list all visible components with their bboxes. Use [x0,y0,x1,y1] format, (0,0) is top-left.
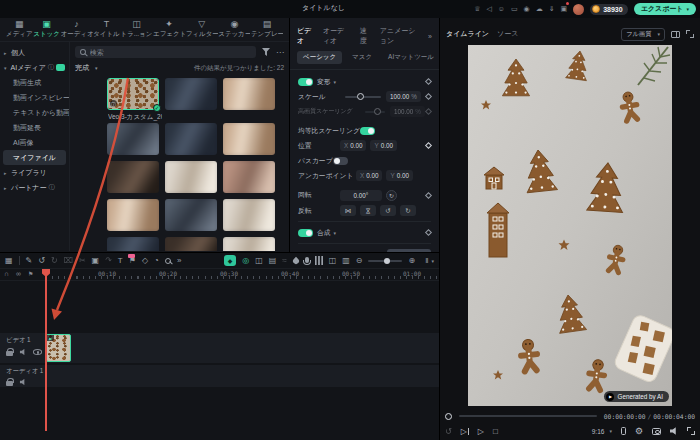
speaker-icon[interactable] [20,379,27,386]
track-height-icon[interactable]: ‖▾ [425,254,434,268]
step-forward-icon[interactable]: ▷ [461,427,469,436]
mask-icon[interactable] [293,258,299,264]
snapshot-icon[interactable] [652,428,661,435]
crop-icon[interactable]: ▣ [92,254,100,268]
sidebar-item-video-inspiration[interactable]: 動画インスピレー... [0,90,69,105]
filmstrip-icon[interactable]: ▥ [342,254,350,268]
subtab-ai-matte[interactable]: AIマットツール [382,51,440,64]
render-settings-icon[interactable]: ⚙ [635,426,643,436]
keyframe-icon[interactable] [425,229,432,236]
redo-icon[interactable]: ↻ [51,254,58,268]
cloud-icon[interactable]: ☁ [536,4,543,14]
more-tabs-icon[interactable]: » [428,33,432,40]
position-y-field[interactable]: Y0.00 [370,140,396,151]
split-view-icon[interactable] [671,31,680,38]
tab-template[interactable]: ▤テンプレート [251,20,283,39]
scrubber-handle[interactable] [445,413,452,420]
position-x-field[interactable]: X0.00 [340,140,366,151]
export-button[interactable]: エクスポート ▾ [634,3,696,15]
assistant-icon[interactable]: ♕ [474,4,480,14]
sort-dropdown[interactable]: 完成▾ [75,63,98,73]
tab-audio-props[interactable]: オーディオ [323,26,351,46]
subtab-mask[interactable]: マスク [346,51,378,64]
voiceover-mic-icon[interactable] [305,259,309,263]
gift-icon[interactable]: ▣ [561,4,568,14]
preview-quality-icon[interactable] [165,258,171,264]
device-preview-icon[interactable] [621,427,626,435]
sidebar-item-ai-media[interactable]: ▾AIメディアⓘ [0,60,69,75]
keyframe-tool-icon[interactable]: ◇ [142,254,148,268]
screen-record-icon[interactable]: ◉ [524,4,530,14]
stock-item-blurred[interactable] [107,123,159,155]
subtab-basic[interactable]: ベーシック [297,51,342,64]
tab-filter[interactable]: ▽フィルター [186,20,218,39]
tab-audio[interactable]: ♪オーディオ [61,20,93,39]
chevron-down-icon[interactable]: ▾ [334,79,337,85]
video-preview[interactable]: ▶ Generated by AI [468,45,672,406]
split-icon[interactable]: ✂ [79,254,86,268]
tab-sticker[interactable]: ◉ステッカー [218,20,250,39]
tab-speed[interactable]: 速度 [360,26,371,46]
stock-item-blurred[interactable] [107,237,159,251]
scale-slider[interactable] [345,96,381,98]
sidebar-item-personal[interactable]: ▸個人 [0,45,69,60]
stock-item-blurred[interactable] [165,161,217,193]
tab-animation[interactable]: アニメーション [380,26,419,46]
render-preview-icon[interactable]: ◫ [255,254,263,268]
zoom-out-icon[interactable]: ⊖ [356,254,363,268]
timeline-clip[interactable]: ▶ [46,334,71,362]
device-icon[interactable]: ▭ [511,4,518,14]
rotate-right-button[interactable]: ↻ [400,205,416,216]
anchor-x-field[interactable]: X0.00 [356,170,382,181]
more-tools-icon[interactable]: » [177,254,181,268]
link-icon[interactable]: ∞ [16,270,21,277]
uniform-scaling-toggle[interactable] [360,127,375,135]
keyframe-icon[interactable] [425,142,432,149]
user-avatar[interactable] [573,4,584,15]
sidebar-item-my-files[interactable]: マイファイル [3,150,66,165]
mute-icon[interactable] [670,427,678,435]
sidebar-item-partner[interactable]: ▸パートナーⓘ [0,180,69,195]
feedback-icon[interactable]: ☺ [498,4,505,14]
more-options-icon[interactable]: ⋯ [276,48,284,57]
zoom-in-icon[interactable]: ⊕ [408,254,415,268]
eye-icon[interactable] [33,349,42,355]
snap-icon[interactable]: ◆ [224,255,236,266]
filter-funnel-icon[interactable] [262,48,270,56]
fullscreen-icon[interactable] [687,427,695,435]
proxy-icon[interactable]: ▤ [269,254,277,268]
scrubber-track[interactable] [459,415,597,417]
undo-icon[interactable]: ↺ [38,254,45,268]
info-icon[interactable]: ⓘ [110,100,117,107]
keyframe-icon[interactable] [425,78,432,85]
aspect-ratio-dropdown[interactable]: 9:16▾ [592,428,612,435]
tab-stock[interactable]: ▣ストック [33,20,60,39]
manage-tracks-icon[interactable]: ▦ [5,254,13,268]
audio-mixer-icon[interactable] [315,256,323,265]
path-curve-toggle[interactable] [333,157,348,165]
search-input[interactable] [90,49,251,56]
zoom-slider[interactable] [368,260,402,262]
mute-icon[interactable] [20,349,27,356]
anchor-y-field[interactable]: Y0.00 [386,170,412,181]
stock-item-blurred[interactable] [223,78,275,110]
hq-scaling-slider[interactable] [365,111,385,113]
compound-clip-icon[interactable]: ↷ [105,254,112,268]
stock-item-blurred[interactable] [223,123,275,155]
audio-wave-icon[interactable]: ≈ [282,254,286,268]
quality-dropdown[interactable]: フル画質▾ [621,28,665,41]
credits-badge[interactable]: 38930 [590,4,627,15]
chevron-down-icon[interactable]: ▾ [334,230,337,236]
sidebar-item-text-to-video[interactable]: テキストから動画... [0,105,69,120]
keyframe-icon[interactable] [425,93,432,100]
magnet-icon[interactable]: ∩ [4,270,9,277]
stock-item-blurred[interactable] [107,161,159,193]
timeline-ruler[interactable]: ∩ ∞ ⚑ 00:10 00:20 00:30 00:40 00:50 01:0… [0,269,439,281]
stock-item-blurred[interactable] [165,123,217,155]
auto-ripple-icon[interactable]: ◎ [242,254,249,268]
marker-flag-icon[interactable]: ⚑ [28,270,33,277]
tab-source-preview[interactable]: ソース [497,29,518,39]
composite-toggle[interactable] [298,229,313,237]
speed-ramp-icon[interactable]: ◔ [154,254,159,268]
sidebar-item-library[interactable]: ▸ライブラリ [0,165,69,180]
